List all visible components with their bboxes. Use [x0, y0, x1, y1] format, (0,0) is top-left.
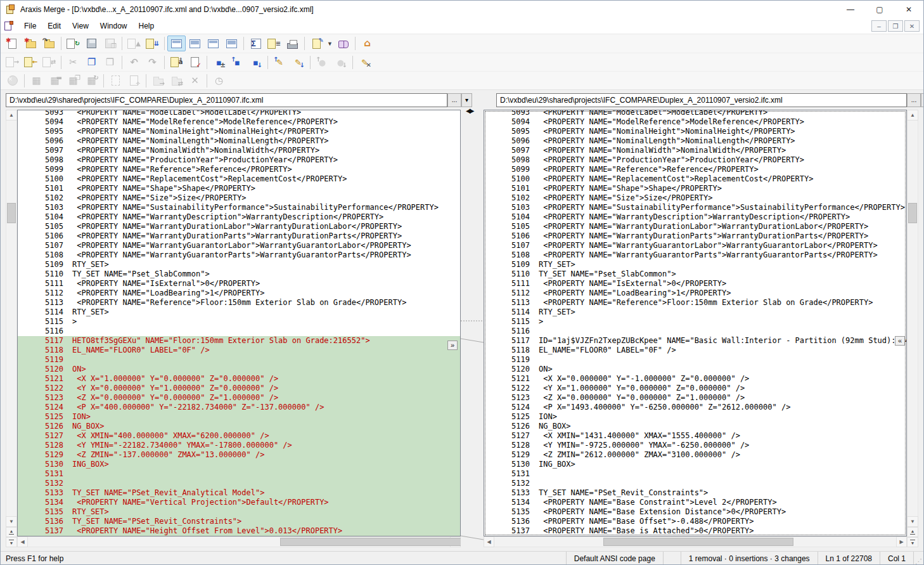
right-code-line[interactable]: 5125ION> — [484, 412, 906, 422]
report-button[interactable]: ≡ — [265, 36, 283, 51]
right-code-line[interactable]: 5110TY_SET NAME="Pset_SlabCommon"> — [484, 270, 906, 279]
left-hscroll-thumb[interactable] — [280, 538, 465, 546]
open-file-button[interactable]: ↷ — [40, 36, 58, 51]
right-hscroll-right-button[interactable]: ▶ — [896, 536, 907, 547]
right-code-line[interactable]: 5135 <PROPERTY NAME="Base Extension Dist… — [484, 507, 906, 517]
save-file-button[interactable] — [82, 36, 101, 51]
left-code-line[interactable]: 5124 <P X="400.000000" Y="-22182.734000"… — [18, 403, 460, 412]
previous-edit-button[interactable]: ✎↑ — [271, 55, 289, 70]
right-hscroll-track[interactable] — [494, 536, 896, 547]
right-browse-button[interactable]: ... — [907, 93, 921, 107]
left-code-line[interactable]: 5094 <PROPERTY NAME="ModelReference">Mod… — [18, 117, 460, 127]
left-code-line[interactable]: 5097 <PROPERTY NAME="NominalWidth">Nomin… — [18, 146, 460, 155]
left-code-line[interactable]: 5102 <PROPERTY NAME="Size">Size</PROPERT… — [18, 193, 460, 203]
right-code-line[interactable]: 5105 <PROPERTY NAME="WarrantyDurationLab… — [484, 222, 906, 231]
left-code-line[interactable]: 5132 — [18, 479, 460, 488]
left-code-line[interactable]: 5137 <PROPERTY NAME="Height Offset From … — [18, 526, 460, 536]
left-code-line[interactable]: 5113 <PROPERTY NAME="Reference">Floor:15… — [18, 298, 460, 308]
right-code-line[interactable]: 5132 — [484, 479, 906, 488]
right-code-line[interactable]: 5111 <PROPERTY NAME="IsExternal">0</PROP… — [484, 279, 906, 289]
left-code-line[interactable]: 5095 <PROPERTY NAME="NominalHeight">Nomi… — [18, 127, 460, 136]
right-code-line[interactable]: 5120ON> — [484, 365, 906, 374]
left-code-line[interactable]: 5127 <X XMIN="400.000000" XMAX="6200.000… — [18, 431, 460, 441]
right-code-line[interactable]: 5126NG_BOX> — [484, 422, 906, 431]
right-hscroll-thumb[interactable] — [603, 538, 793, 546]
left-code-line[interactable]: 5129 <Z ZMIN="-137.000000" ZMAX="13.0000… — [18, 450, 460, 460]
left-code-line[interactable]: 5122 <Y X="0.000000" Y="1.000000" Z="0.0… — [18, 384, 460, 393]
right-code-line[interactable]: 5130ING_BOX> — [484, 460, 906, 469]
right-code-line[interactable]: 5114RTY_SET> — [484, 308, 906, 317]
right-code-line[interactable]: 5136 <PROPERTY NAME="Base Offset">-0.488… — [484, 517, 906, 526]
close-button[interactable]: ✕ — [894, 1, 923, 18]
next-page-button[interactable]: ⇊ — [143, 36, 162, 51]
copy-button[interactable]: ❐ — [82, 55, 101, 70]
left-code-line[interactable]: 5111 <PROPERTY NAME="IsExternal">0</PROP… — [18, 279, 460, 289]
left-code-line[interactable]: 5100 <PROPERTY NAME="ReplacementCost">Re… — [18, 174, 460, 184]
left-code-line[interactable]: 5135RTY_SET> — [18, 507, 460, 517]
right-code-line[interactable]: 5117ID="1aj$VJZFn2TxepZUBcKpee" NAME="Ba… — [484, 336, 906, 346]
left-code-line[interactable]: 5123 <Z X="0.000000" Y="0.000000" Z="1.0… — [18, 393, 460, 403]
left-code-line[interactable]: 5130ING_BOX> — [18, 460, 460, 469]
left-code-line[interactable]: 5118EL_NAME="FLOOR0" LABEL="0F" /> — [18, 346, 460, 355]
right-code-line[interactable]: 5106 <PROPERTY NAME="WarrantyDurationPar… — [484, 231, 906, 241]
menu-window[interactable]: Window — [94, 20, 133, 32]
left-code-line[interactable]: 5105 <PROPERTY NAME="WarrantyDurationLab… — [18, 222, 460, 231]
left-code-line[interactable]: 5101 <PROPERTY NAME="Shape">Shape</PROPE… — [18, 184, 460, 193]
right-code-line[interactable]: 5115> — [484, 317, 906, 327]
edit-settings-button[interactable]: ✎ — [307, 36, 326, 51]
left-code-line[interactable]: 5108 <PROPERTY NAME="WarrantyGuarantorPa… — [18, 250, 460, 260]
right-scroll-up-button[interactable]: ▲ — [907, 110, 918, 120]
right-horizontal-scrollbar[interactable]: ◀ ▶ — [484, 536, 907, 547]
edit-settings-dropdown-arrow[interactable]: ▼ — [326, 36, 334, 51]
left-code-line[interactable]: 5136TY_SET NAME="PSet_Revit_Constraints"… — [18, 517, 460, 526]
left-scroll-track[interactable] — [6, 120, 17, 516]
left-horizontal-scrollbar[interactable]: ◀ ▶ — [17, 536, 461, 547]
right-code-line[interactable]: 5128 <Y YMIN="-9725.000000" YMAX="-6250.… — [484, 441, 906, 450]
right-code-line[interactable]: 5101 <PROPERTY NAME="Shape">Shape</PROPE… — [484, 184, 906, 193]
left-code-line[interactable]: 5112 <PROPERTY NAME="LoadBearing">1</PRO… — [18, 289, 460, 298]
left-next-change-button[interactable]: ▼ — [6, 537, 17, 547]
left-code-line[interactable]: 5116 — [18, 327, 460, 336]
left-code-line[interactable]: 5115> — [18, 317, 460, 327]
left-code-line[interactable]: 5096 <PROPERTY NAME="NominalLength">Nomi… — [18, 136, 460, 146]
new-comparison-button[interactable]: ✱ — [3, 36, 22, 51]
left-code-line[interactable]: 5114RTY_SET> — [18, 308, 460, 317]
left-code-line[interactable]: 5107 <PROPERTY NAME="WarrantyGuarantorLa… — [18, 241, 460, 250]
left-scroll-up-button[interactable]: ▲ — [6, 110, 17, 120]
right-code-line[interactable]: 5133TY_SET NAME="PSet_Revit_Constraints"… — [484, 488, 906, 498]
text-comparison-3way-button[interactable] — [186, 36, 204, 51]
left-hscroll-left-button[interactable]: ◀ — [17, 536, 28, 547]
menu-help[interactable]: Help — [133, 20, 160, 32]
right-code-line[interactable]: 5121 <X X="0.000000" Y="-1.000000" Z="0.… — [484, 374, 906, 384]
left-code-line[interactable]: 5098 <PROPERTY NAME="ProductionYear">Pro… — [18, 155, 460, 165]
right-code-line[interactable]: 5124 <P X="1493.400000" Y="-6250.000000"… — [484, 403, 906, 412]
help-book-button[interactable] — [334, 36, 352, 51]
home-button[interactable]: ⌂ — [358, 36, 376, 51]
right-code-line[interactable]: 5118EL_NAME="FLOOR0" LABEL="0F" /> — [484, 346, 906, 355]
right-code-line[interactable]: 5096 <PROPERTY NAME="NominalLength">Nomi… — [484, 136, 906, 146]
right-scroll-thumb[interactable] — [908, 203, 917, 223]
spell-check-button[interactable]: ✓ — [186, 55, 204, 70]
resize-grip[interactable] — [913, 552, 923, 565]
left-file-path-input[interactable] — [6, 93, 447, 107]
right-code-line[interactable]: 5122 <Y X="1.000000" Y="0.000000" Z="0.0… — [484, 384, 906, 393]
left-scroll-down-button[interactable]: ▼ — [6, 516, 17, 527]
right-code-line[interactable]: 5109RTY_SET> — [484, 260, 906, 270]
print-button[interactable] — [283, 36, 302, 51]
right-code-line[interactable]: 5127 <X XMIN="1431.400000" XMAX="1555.40… — [484, 431, 906, 441]
right-file-path-input[interactable] — [496, 93, 907, 107]
left-code-line[interactable]: 5126NG_BOX> — [18, 422, 460, 431]
left-previous-change-button[interactable]: ▲ — [6, 527, 17, 537]
folder-comparison-2way-button[interactable] — [204, 36, 222, 51]
left-hscroll-track[interactable] — [28, 536, 450, 547]
right-code-line[interactable]: 5129 <Z ZMIN="2612.000000" ZMAX="3100.00… — [484, 450, 906, 460]
maximize-button[interactable]: ▢ — [865, 1, 894, 18]
right-code-line[interactable]: 5116 — [484, 327, 906, 336]
copy-to-left-button[interactable]: ← — [22, 55, 40, 70]
character-encoding-button[interactable]: å — [167, 55, 186, 70]
left-code-line[interactable]: 5109RTY_SET> — [18, 260, 460, 270]
right-code-line[interactable]: 5108 <PROPERTY NAME="WarrantyGuarantorPa… — [484, 250, 906, 260]
right-code-line[interactable]: 5107 <PROPERTY NAME="WarrantyGuarantorLa… — [484, 241, 906, 250]
minimize-button[interactable]: — — [836, 1, 865, 18]
right-code-line[interactable]: 5095 <PROPERTY NAME="NominalHeight">Nomi… — [484, 127, 906, 136]
